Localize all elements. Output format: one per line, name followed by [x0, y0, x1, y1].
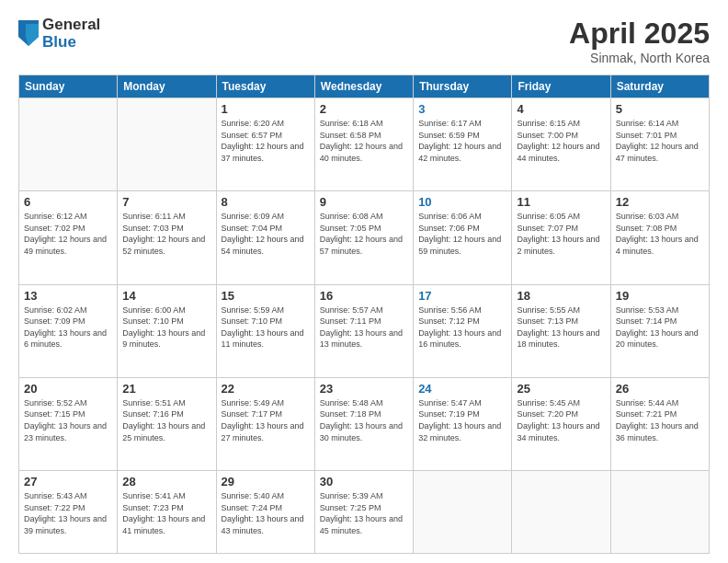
day-number: 15	[222, 289, 310, 303]
calendar-cell: 26Sunrise: 5:44 AMSunset: 7:21 PMDayligh…	[610, 377, 709, 470]
logo-blue: Blue	[42, 34, 100, 52]
day-number: 1	[222, 102, 310, 116]
day-number: 18	[517, 289, 605, 303]
col-header-friday: Friday	[512, 75, 610, 98]
col-header-monday: Monday	[118, 75, 216, 98]
calendar-cell: 8Sunrise: 6:09 AMSunset: 7:04 PMDaylight…	[216, 191, 314, 284]
day-number: 26	[616, 382, 704, 396]
logo-text: General Blue	[42, 17, 100, 51]
calendar-cell	[118, 98, 216, 191]
calendar-cell: 12Sunrise: 6:03 AMSunset: 7:08 PMDayligh…	[610, 191, 709, 284]
calendar-cell: 15Sunrise: 5:59 AMSunset: 7:10 PMDayligh…	[216, 284, 314, 377]
day-number: 24	[418, 382, 506, 396]
calendar-cell: 2Sunrise: 6:18 AMSunset: 6:58 PMDaylight…	[314, 98, 413, 191]
calendar-cell: 23Sunrise: 5:48 AMSunset: 7:18 PMDayligh…	[314, 377, 413, 470]
day-info: Sunrise: 5:41 AMSunset: 7:23 PMDaylight:…	[122, 490, 210, 536]
calendar: SundayMondayTuesdayWednesdayThursdayFrid…	[18, 75, 710, 554]
calendar-cell: 19Sunrise: 5:53 AMSunset: 7:14 PMDayligh…	[610, 284, 709, 377]
day-number: 21	[122, 382, 210, 396]
logo-general: General	[42, 17, 100, 34]
col-header-saturday: Saturday	[610, 75, 709, 98]
calendar-cell	[19, 98, 118, 191]
week-row-4: 27Sunrise: 5:43 AMSunset: 7:22 PMDayligh…	[19, 471, 710, 554]
day-info: Sunrise: 6:17 AMSunset: 6:59 PMDaylight:…	[418, 118, 506, 164]
day-info: Sunrise: 6:02 AMSunset: 7:09 PMDaylight:…	[24, 304, 112, 350]
day-info: Sunrise: 5:51 AMSunset: 7:16 PMDaylight:…	[122, 397, 210, 443]
day-number: 27	[24, 475, 112, 488]
calendar-cell: 17Sunrise: 5:56 AMSunset: 7:12 PMDayligh…	[414, 284, 512, 377]
day-info: Sunrise: 6:14 AMSunset: 7:01 PMDaylight:…	[616, 118, 704, 164]
day-info: Sunrise: 6:03 AMSunset: 7:08 PMDaylight:…	[616, 211, 704, 257]
calendar-cell: 9Sunrise: 6:08 AMSunset: 7:05 PMDaylight…	[314, 191, 413, 284]
calendar-cell	[610, 471, 709, 554]
day-info: Sunrise: 6:09 AMSunset: 7:04 PMDaylight:…	[222, 211, 310, 257]
calendar-cell: 27Sunrise: 5:43 AMSunset: 7:22 PMDayligh…	[19, 471, 118, 554]
logo-icon	[18, 20, 39, 46]
logo: General Blue	[18, 17, 100, 51]
day-info: Sunrise: 6:00 AMSunset: 7:10 PMDaylight:…	[122, 304, 210, 350]
day-number: 4	[517, 102, 605, 116]
day-number: 8	[222, 195, 310, 209]
day-number: 12	[616, 195, 704, 209]
calendar-cell	[414, 471, 512, 554]
calendar-cell: 24Sunrise: 5:47 AMSunset: 7:19 PMDayligh…	[414, 377, 512, 470]
day-info: Sunrise: 5:49 AMSunset: 7:17 PMDaylight:…	[222, 397, 310, 443]
day-info: Sunrise: 5:52 AMSunset: 7:15 PMDaylight:…	[24, 397, 112, 443]
day-number: 29	[222, 475, 310, 488]
day-info: Sunrise: 5:40 AMSunset: 7:24 PMDaylight:…	[222, 490, 310, 536]
day-number: 19	[616, 289, 704, 303]
calendar-cell: 22Sunrise: 5:49 AMSunset: 7:17 PMDayligh…	[216, 377, 314, 470]
calendar-cell: 16Sunrise: 5:57 AMSunset: 7:11 PMDayligh…	[314, 284, 413, 377]
week-row-0: 1Sunrise: 6:20 AMSunset: 6:57 PMDaylight…	[19, 98, 710, 191]
day-info: Sunrise: 5:39 AMSunset: 7:25 PMDaylight:…	[320, 490, 408, 536]
day-number: 2	[320, 102, 408, 116]
week-row-2: 13Sunrise: 6:02 AMSunset: 7:09 PMDayligh…	[19, 284, 710, 377]
day-info: Sunrise: 6:18 AMSunset: 6:58 PMDaylight:…	[320, 118, 408, 164]
title-block: April 2025 Sinmak, North Korea	[569, 17, 710, 65]
day-info: Sunrise: 5:43 AMSunset: 7:22 PMDaylight:…	[24, 490, 112, 536]
calendar-header-row: SundayMondayTuesdayWednesdayThursdayFrid…	[19, 75, 710, 98]
day-info: Sunrise: 6:20 AMSunset: 6:57 PMDaylight:…	[222, 118, 310, 164]
day-number: 9	[320, 195, 408, 209]
calendar-cell: 18Sunrise: 5:55 AMSunset: 7:13 PMDayligh…	[512, 284, 610, 377]
day-number: 3	[418, 102, 506, 116]
day-info: Sunrise: 6:08 AMSunset: 7:05 PMDaylight:…	[320, 211, 408, 257]
week-row-1: 6Sunrise: 6:12 AMSunset: 7:02 PMDaylight…	[19, 191, 710, 284]
day-info: Sunrise: 6:12 AMSunset: 7:02 PMDaylight:…	[24, 211, 112, 257]
calendar-cell: 3Sunrise: 6:17 AMSunset: 6:59 PMDaylight…	[414, 98, 512, 191]
day-number: 6	[24, 195, 112, 209]
day-info: Sunrise: 5:57 AMSunset: 7:11 PMDaylight:…	[320, 304, 408, 350]
svg-marker-1	[26, 24, 39, 46]
day-info: Sunrise: 5:48 AMSunset: 7:18 PMDaylight:…	[320, 397, 408, 443]
day-number: 22	[222, 382, 310, 396]
day-number: 7	[122, 195, 210, 209]
calendar-cell: 5Sunrise: 6:14 AMSunset: 7:01 PMDaylight…	[610, 98, 709, 191]
calendar-cell: 20Sunrise: 5:52 AMSunset: 7:15 PMDayligh…	[19, 377, 118, 470]
day-info: Sunrise: 5:55 AMSunset: 7:13 PMDaylight:…	[517, 304, 605, 350]
col-header-wednesday: Wednesday	[314, 75, 413, 98]
page: General Blue April 2025 Sinmak, North Ko…	[0, 0, 728, 563]
col-header-thursday: Thursday	[414, 75, 512, 98]
day-number: 16	[320, 289, 408, 303]
calendar-cell	[512, 471, 610, 554]
day-number: 13	[24, 289, 112, 303]
day-info: Sunrise: 6:15 AMSunset: 7:00 PMDaylight:…	[517, 118, 605, 164]
calendar-cell: 4Sunrise: 6:15 AMSunset: 7:00 PMDaylight…	[512, 98, 610, 191]
calendar-cell: 28Sunrise: 5:41 AMSunset: 7:23 PMDayligh…	[118, 471, 216, 554]
day-number: 20	[24, 382, 112, 396]
day-number: 25	[517, 382, 605, 396]
calendar-cell: 21Sunrise: 5:51 AMSunset: 7:16 PMDayligh…	[118, 377, 216, 470]
day-info: Sunrise: 6:11 AMSunset: 7:03 PMDaylight:…	[122, 211, 210, 257]
day-number: 11	[517, 195, 605, 209]
day-info: Sunrise: 5:56 AMSunset: 7:12 PMDaylight:…	[418, 304, 506, 350]
day-number: 14	[122, 289, 210, 303]
day-info: Sunrise: 5:44 AMSunset: 7:21 PMDaylight:…	[616, 397, 704, 443]
day-number: 28	[122, 475, 210, 488]
header: General Blue April 2025 Sinmak, North Ko…	[18, 17, 710, 65]
col-header-tuesday: Tuesday	[216, 75, 314, 98]
calendar-cell: 7Sunrise: 6:11 AMSunset: 7:03 PMDaylight…	[118, 191, 216, 284]
col-header-sunday: Sunday	[19, 75, 118, 98]
day-number: 23	[320, 382, 408, 396]
calendar-cell: 30Sunrise: 5:39 AMSunset: 7:25 PMDayligh…	[314, 471, 413, 554]
calendar-cell: 10Sunrise: 6:06 AMSunset: 7:06 PMDayligh…	[414, 191, 512, 284]
